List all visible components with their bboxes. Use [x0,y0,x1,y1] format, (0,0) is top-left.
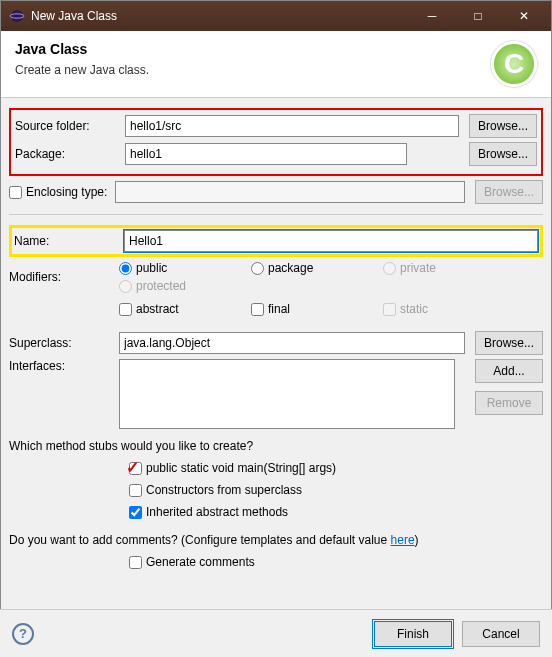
modifier-static-checkbox [383,303,396,316]
comments-question-suffix: ) [415,533,419,547]
name-label: Name: [14,234,124,248]
page-subtitle: Create a new Java class. [15,63,491,77]
finish-button[interactable]: Finish [374,621,452,647]
source-folder-label: Source folder: [15,119,125,133]
browse-superclass-button[interactable]: Browse... [475,331,543,355]
close-button[interactable]: ✕ [501,1,547,31]
modifier-abstract-checkbox[interactable] [119,303,132,316]
generate-comments-checkbox[interactable] [129,556,142,569]
browse-source-button[interactable]: Browse... [469,114,537,138]
cancel-button[interactable]: Cancel [462,621,540,647]
help-button[interactable]: ? [12,623,34,645]
inherited-label: Inherited abstract methods [146,505,288,519]
main-method-checkbox[interactable] [129,462,142,475]
svg-point-0 [11,10,23,22]
remove-interface-button: Remove [475,391,543,415]
window-title: New Java Class [31,9,409,23]
inherited-checkbox[interactable] [129,506,142,519]
minimize-button[interactable]: ─ [409,1,455,31]
interfaces-list[interactable] [119,359,455,429]
page-title: Java Class [15,41,491,57]
package-label: Package: [15,147,125,161]
enclosing-type-input [115,181,465,203]
browse-enclosing-button: Browse... [475,180,543,204]
add-interface-button[interactable]: Add... [475,359,543,383]
modifier-protected-radio [119,280,132,293]
superclass-input[interactable] [119,332,465,354]
enclosing-type-checkbox[interactable] [9,186,22,199]
superclass-label: Superclass: [9,336,119,350]
source-folder-input[interactable] [125,115,459,137]
constructors-label: Constructors from superclass [146,483,302,497]
browse-package-button[interactable]: Browse... [469,142,537,166]
name-input[interactable] [124,230,538,252]
modifier-private-radio [383,262,396,275]
eclipse-icon [9,8,25,24]
configure-here-link[interactable]: here [391,533,415,547]
main-method-label: public static void main(String[] args) [146,461,336,475]
modifiers-label: Modifiers: [9,270,119,284]
package-input[interactable] [125,143,407,165]
generate-comments-label: Generate comments [146,555,255,569]
modifier-package-radio[interactable] [251,262,264,275]
modifier-final-checkbox[interactable] [251,303,264,316]
maximize-button[interactable]: □ [455,1,501,31]
enclosing-type-label: Enclosing type: [26,185,107,199]
modifier-public-radio[interactable] [119,262,132,275]
comments-question-prefix: Do you want to add comments? (Configure … [9,533,391,547]
interfaces-label: Interfaces: [9,359,119,373]
class-icon: C [491,41,537,87]
method-stubs-question: Which method stubs would you like to cre… [9,439,543,453]
constructors-checkbox[interactable] [129,484,142,497]
